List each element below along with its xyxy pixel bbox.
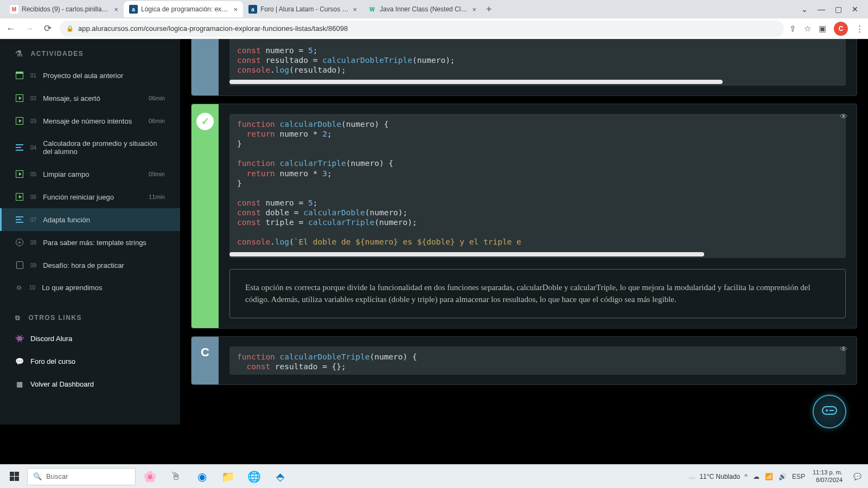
- taskbar-app-vscode[interactable]: ⬘: [268, 466, 292, 487]
- main-content[interactable]: A 👁 function calcularDobleTriple(numero)…: [180, 39, 868, 425]
- dashboard-icon: ▦: [15, 380, 24, 388]
- answer-a-card[interactable]: A 👁 function calcularDobleTriple(numero)…: [191, 39, 857, 96]
- sidebar-item-desafio[interactable]: 09 Desafío: hora de practicar: [0, 254, 180, 277]
- svg-point-1: [826, 409, 828, 412]
- tab-alura-course[interactable]: a Lógica de programación: explora ×: [124, 1, 243, 17]
- taskbar-app-edge[interactable]: ◉: [190, 466, 214, 487]
- link-foro[interactable]: 💬 Foro del curso: [0, 350, 180, 373]
- item-number: 05: [30, 171, 36, 177]
- language-indicator[interactable]: ESP: [792, 473, 805, 480]
- sidebar-links-header: ⧉ OTROS LINKS: [0, 299, 180, 327]
- play-icon: [15, 117, 24, 125]
- reload-button[interactable]: ⟳: [41, 23, 54, 34]
- lock-icon: 🔒: [66, 25, 74, 32]
- tab-title: Java Inner Class (Nested Class): [380, 5, 469, 13]
- sidebar-item-proyecto[interactable]: 01 Proyecto del aula anterior: [0, 64, 180, 87]
- onedrive-icon[interactable]: ☁: [753, 473, 760, 480]
- horizontal-scrollbar[interactable]: [229, 251, 846, 258]
- item-label: Función reiniciar juego: [43, 193, 142, 201]
- close-icon[interactable]: ×: [472, 5, 476, 14]
- taskbar-app-explorer[interactable]: 📁: [216, 466, 240, 487]
- tab-w3schools[interactable]: W Java Inner Class (Nested Class) ×: [362, 1, 482, 17]
- close-window-icon[interactable]: ✕: [852, 5, 858, 14]
- link-label: Foro del curso: [30, 357, 165, 365]
- play-icon: [15, 94, 24, 102]
- item-number: 08: [30, 240, 36, 246]
- link-dashboard[interactable]: ▦ Volver al Dashboard: [0, 373, 180, 395]
- windows-taskbar: 🔍 Buscar 🌸 🖱 ◉ 📁 🌐 ⬘ ☁️ 11°C Nublado ^ ☁…: [0, 464, 868, 488]
- tab-gmail[interactable]: M Recibidos (9) - carlos.pinilla1@do ×: [4, 1, 124, 17]
- sidebar-item-aprendimos[interactable]: ⛭ 10 Lo que aprendimos: [0, 277, 180, 299]
- gmail-icon: M: [10, 5, 18, 14]
- item-label: Mensaje de número intentos: [43, 117, 142, 125]
- list-icon: [15, 143, 24, 152]
- extension-icon[interactable]: ▣: [819, 24, 826, 34]
- sidebar-item-adapta-funcion[interactable]: 07 Adapta función: [0, 208, 180, 231]
- wifi-icon[interactable]: 📶: [765, 473, 773, 480]
- menu-icon[interactable]: ⋮: [856, 24, 864, 34]
- item-label: Adapta función: [43, 216, 165, 224]
- forum-icon: 💬: [15, 357, 24, 365]
- new-tab-button[interactable]: +: [482, 4, 496, 15]
- system-tray[interactable]: ^ ☁ 📶 🔊 ESP: [744, 473, 805, 480]
- eye-icon[interactable]: 👁: [840, 344, 848, 354]
- taskbar-weather[interactable]: ☁️ 11°C Nublado: [688, 473, 740, 480]
- item-number: 04: [30, 145, 36, 151]
- sidebar-item-mensaje-acerto[interactable]: 02 Mensaje, si acertó 06min: [0, 87, 180, 110]
- url-bar[interactable]: 🔒 app.aluracursos.com/course/logica-prog…: [60, 21, 784, 37]
- taskbar-app-flowers[interactable]: 🌸: [138, 466, 162, 487]
- item-number: 10: [29, 285, 35, 291]
- sidebar-item-funcion-reiniciar[interactable]: 06 Función reiniciar juego 11min: [0, 185, 180, 208]
- answer-c-card[interactable]: C 👁 function calcularDobleTriple(numero)…: [191, 336, 857, 385]
- item-label: Calculadora de promedio y situación del …: [43, 139, 165, 156]
- item-label: Mensaje, si acertó: [43, 94, 142, 102]
- answer-badge-a: A: [192, 39, 219, 95]
- tabs-dropdown-icon[interactable]: ⌄: [801, 5, 808, 14]
- sidebar-item-template-strings[interactable]: + 08 Para saber más: template strings: [0, 231, 180, 254]
- tab-title: Recibidos (9) - carlos.pinilla1@do: [22, 5, 111, 13]
- horizontal-scrollbar[interactable]: [229, 78, 846, 86]
- eye-icon[interactable]: 👁: [840, 112, 848, 121]
- chatbot-icon: [821, 406, 838, 418]
- start-button[interactable]: [3, 466, 25, 487]
- minimize-icon[interactable]: —: [818, 5, 825, 14]
- maximize-icon[interactable]: ▢: [835, 5, 842, 14]
- flask-icon: ⚗: [15, 49, 23, 59]
- notifications-icon[interactable]: 💬: [850, 473, 865, 480]
- share-icon[interactable]: ⇪: [789, 24, 796, 34]
- item-duration: 06min: [149, 95, 165, 101]
- answer-badge-correct: ✓: [192, 104, 219, 328]
- taskbar-search[interactable]: 🔍 Buscar: [27, 468, 136, 485]
- tab-alura-foro[interactable]: a Foro | Alura Latam - Cursos onlin ×: [243, 1, 362, 17]
- chevron-up-icon[interactable]: ^: [744, 473, 748, 480]
- item-label: Limpiar campo: [43, 170, 142, 178]
- close-icon[interactable]: ×: [233, 5, 238, 14]
- tab-title: Foro | Alura Latam - Cursos onlin: [260, 5, 349, 13]
- volume-icon[interactable]: 🔊: [778, 473, 787, 480]
- item-number: 02: [30, 95, 36, 101]
- browser-tabs-bar: M Recibidos (9) - carlos.pinilla1@do × a…: [0, 0, 868, 18]
- sidebar-item-limpiar[interactable]: 05 Limpiar campo 09min: [0, 163, 180, 185]
- close-icon[interactable]: ×: [114, 5, 118, 14]
- item-number: 01: [30, 73, 36, 79]
- forward-button[interactable]: →: [23, 23, 36, 34]
- close-icon[interactable]: ×: [353, 5, 357, 14]
- sidebar-item-calculadora[interactable]: 04 Calculadora de promedio y situación d…: [0, 132, 180, 163]
- profile-avatar[interactable]: C: [834, 22, 848, 36]
- weather-icon: ☁️: [688, 473, 696, 480]
- taskbar-app-chrome[interactable]: 🌐: [242, 466, 266, 487]
- answer-badge-c: C: [192, 337, 219, 384]
- back-button[interactable]: ←: [4, 23, 17, 34]
- alura-icon: a: [129, 5, 138, 14]
- check-icon: ✓: [196, 113, 214, 130]
- weather-text: 11°C Nublado: [699, 473, 740, 480]
- chat-bubble-button[interactable]: [813, 395, 846, 428]
- sidebar-item-mensaje-intentos[interactable]: 03 Mensaje de número intentos 06min: [0, 110, 180, 132]
- item-label: Desafío: hora de practicar: [43, 261, 165, 269]
- link-discord[interactable]: 👾 Discord Alura: [0, 327, 180, 350]
- taskbar-app-mouse[interactable]: 🖱: [164, 466, 188, 487]
- people-icon: ⛭: [15, 284, 23, 292]
- answer-b-correct-card[interactable]: ✓ 👁 function calcularDoble(numero) { ret…: [191, 104, 857, 329]
- taskbar-clock[interactable]: 11:13 p. m. 8/07/2024: [809, 469, 846, 483]
- bookmark-icon[interactable]: ☆: [804, 24, 811, 34]
